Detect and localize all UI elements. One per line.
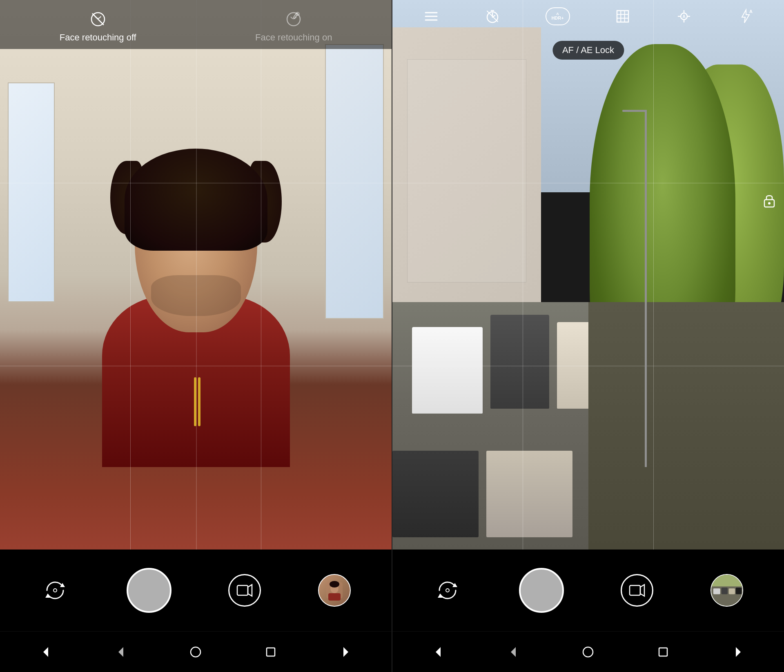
timer-button[interactable]: [484, 8, 501, 24]
svg-point-40: [768, 202, 771, 205]
window-left: [8, 82, 55, 302]
left-nav-bar: [0, 631, 392, 672]
svg-rect-11: [328, 593, 341, 601]
lock-icon: [763, 192, 776, 209]
left-gallery-button[interactable]: [318, 574, 351, 607]
right-shutter-button[interactable]: [519, 568, 564, 613]
car-dark1: [490, 315, 549, 409]
svg-point-43: [446, 589, 449, 592]
svg-marker-45: [640, 585, 644, 596]
svg-marker-54: [511, 647, 516, 657]
car-bottom-left: [392, 451, 479, 537]
svg-rect-26: [617, 11, 628, 22]
left-nav-home-button[interactable]: [183, 640, 208, 664]
svg-rect-51: [729, 588, 735, 594]
svg-marker-37: [742, 10, 749, 23]
building-windows: [407, 59, 526, 282]
lamp-arm: [622, 110, 647, 112]
svg-point-55: [583, 647, 593, 657]
left-shutter-button[interactable]: [127, 568, 172, 613]
grid-button[interactable]: [615, 8, 631, 24]
hdr-button[interactable]: A HDR+: [546, 7, 570, 25]
left-nav-left-button[interactable]: [33, 640, 58, 664]
svg-rect-7: [237, 585, 248, 595]
right-nav-back-button[interactable]: [501, 640, 526, 664]
left-phone-panel: Face retouching off Face retouching on: [0, 0, 392, 672]
left-video-button[interactable]: [228, 574, 261, 607]
svg-rect-16: [267, 648, 275, 656]
svg-marker-14: [118, 647, 123, 657]
car-bottom-mid: [486, 451, 572, 537]
left-nav-right-button[interactable]: [334, 640, 358, 664]
left-nav-overview-button[interactable]: [258, 640, 283, 664]
svg-point-15: [191, 647, 200, 657]
left-flip-camera-button[interactable]: [41, 576, 69, 605]
left-camera-controls: [0, 550, 392, 631]
svg-line-1: [92, 13, 104, 25]
svg-point-12: [330, 581, 339, 587]
svg-rect-49: [713, 588, 720, 594]
svg-text:A: A: [749, 9, 753, 14]
svg-rect-47: [711, 575, 742, 587]
face-retouch-off-icon: [88, 9, 108, 29]
right-flip-camera-button[interactable]: [433, 576, 462, 605]
drawstring-right: [198, 377, 200, 426]
selfie-viewfinder: Face retouching off Face retouching on: [0, 0, 392, 550]
svg-rect-50: [722, 587, 728, 594]
svg-rect-56: [659, 648, 667, 656]
face-retouching-on-option[interactable]: Face retouching on: [196, 9, 392, 43]
car-white: [412, 327, 483, 414]
af-ae-lock-label: AF / AE Lock: [562, 45, 614, 55]
parking-ground: [392, 302, 784, 550]
wb-button[interactable]: A: [676, 8, 692, 24]
svg-marker-57: [736, 647, 741, 657]
right-gallery-button[interactable]: [710, 574, 743, 607]
face-retouch-on-icon: [284, 9, 303, 29]
right-nav-bar: [392, 631, 784, 672]
right-video-button[interactable]: [621, 574, 653, 607]
right-phone-panel: A HDR+: [392, 0, 784, 672]
svg-point-6: [53, 589, 57, 592]
lamp-post: [645, 110, 647, 467]
svg-marker-8: [248, 585, 252, 596]
retouching-separator: [196, 0, 197, 550]
svg-marker-53: [436, 647, 441, 657]
right-camera-controls: [392, 550, 784, 631]
pavement-right: [588, 302, 784, 550]
svg-marker-13: [43, 647, 48, 657]
right-nav-left-button[interactable]: [426, 640, 450, 664]
af-ae-lock-badge[interactable]: AF / AE Lock: [552, 41, 624, 60]
menu-button[interactable]: [423, 8, 439, 24]
right-nav-right-button[interactable]: [726, 640, 751, 664]
svg-marker-17: [343, 647, 348, 657]
face-retouching-off-option[interactable]: Face retouching off: [0, 9, 196, 43]
svg-rect-44: [630, 585, 640, 595]
right-nav-home-button[interactable]: [576, 640, 600, 664]
rear-viewfinder: A HDR+: [392, 0, 784, 550]
rear-toolbar: A HDR+: [392, 0, 784, 33]
right-nav-overview-button[interactable]: [651, 640, 675, 664]
selfie-top-bar: Face retouching off Face retouching on: [0, 0, 392, 49]
svg-rect-52: [736, 587, 742, 594]
flash-button[interactable]: A: [737, 8, 753, 24]
svg-text:A: A: [683, 14, 686, 19]
window-right: [325, 44, 384, 319]
face-retouching-on-label: Face retouching on: [255, 32, 332, 43]
building-left: [392, 27, 541, 346]
hdr-label: HDR+: [551, 16, 564, 20]
face-retouching-off-label: Face retouching off: [60, 32, 136, 43]
left-nav-back-button[interactable]: [109, 640, 133, 664]
